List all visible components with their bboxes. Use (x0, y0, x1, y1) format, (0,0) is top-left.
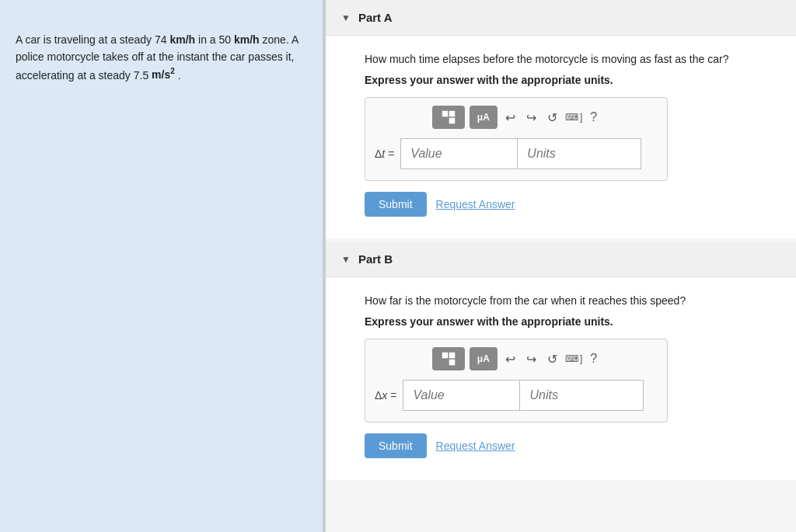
svg-rect-0 (442, 111, 448, 116)
part-a-undo-button[interactable]: ↩ (502, 109, 518, 127)
part-b-header[interactable]: ▼ Part B (326, 242, 796, 277)
part-b-value-input[interactable] (403, 380, 519, 411)
part-a-redo-icon: ↪ (526, 110, 536, 125)
part-a-section: ▼ Part A How much time elapses before th… (326, 0, 796, 238)
part-b-redo-icon: ↪ (526, 352, 536, 367)
part-b-redo-button[interactable]: ↪ (523, 350, 539, 368)
part-b-input-label: Δx = (375, 389, 396, 402)
part-b-body: How far is the motorcycle from the car w… (326, 277, 796, 480)
part-a-input-label: Δt = (375, 148, 394, 160)
part-a-refresh-icon: ↺ (547, 110, 557, 125)
part-b-help-icon: ? (590, 352, 597, 366)
part-b-question: How far is the motorcycle from the car w… (365, 293, 773, 309)
part-a-chevron-icon: ▼ (341, 12, 351, 23)
part-a-help-icon: ? (590, 110, 597, 124)
part-b-instruction: Express your answer with the appropriate… (365, 315, 773, 328)
part-b-label: Part B (358, 252, 393, 266)
part-a-help-button[interactable]: ? (587, 109, 600, 126)
part-a-refresh-button[interactable]: ↺ (544, 109, 560, 127)
part-a-grid-button[interactable] (432, 106, 465, 129)
left-panel: A car is traveling at a steady 74 km/h i… (0, 0, 323, 532)
part-a-mua-button[interactable]: μA (470, 106, 498, 129)
part-b-section: ▼ Part B How far is the motorcycle from … (326, 242, 796, 480)
part-b-input-row: Δx = (375, 380, 658, 411)
part-b-keyboard-label: ] (580, 353, 582, 364)
part-a-buttons-row: Submit Request Answer (365, 192, 773, 217)
part-a-keyboard-button[interactable]: ⌨ ] (565, 112, 582, 123)
part-b-refresh-button[interactable]: ↺ (544, 350, 560, 368)
part-b-grid-button[interactable] (432, 347, 465, 370)
part-a-answer-box: μA ↩ ↪ ↺ ⌨ ] ? (365, 97, 668, 181)
svg-rect-3 (449, 118, 455, 123)
part-b-submit-button[interactable]: Submit (365, 433, 427, 458)
right-panel: ▼ Part A How much time elapses before th… (326, 0, 796, 532)
part-a-value-input[interactable] (400, 138, 517, 169)
part-a-body: How much time elapses before the motorcy… (326, 36, 796, 238)
svg-rect-6 (442, 360, 448, 365)
part-b-delta-symbol: Δx = (375, 389, 396, 402)
part-a-units-input[interactable] (517, 138, 641, 169)
part-b-refresh-icon: ↺ (547, 352, 557, 367)
part-a-redo-button[interactable]: ↪ (523, 109, 539, 127)
part-b-chevron-icon: ▼ (341, 254, 351, 265)
part-a-mua-icon: μA (477, 112, 490, 123)
part-b-help-button[interactable]: ? (587, 350, 600, 367)
part-a-delta-symbol: Δt = (375, 148, 394, 160)
svg-rect-1 (449, 111, 455, 116)
part-b-grid-icon (441, 351, 456, 367)
part-b-keyboard-button[interactable]: ⌨ ] (565, 353, 582, 364)
part-b-answer-box: μA ↩ ↪ ↺ ⌨ ] ? (365, 339, 668, 422)
svg-rect-5 (449, 353, 455, 358)
problem-text: A car is traveling at a steady 74 km/h i… (16, 31, 307, 84)
svg-rect-2 (442, 118, 448, 123)
part-b-undo-button[interactable]: ↩ (502, 350, 518, 368)
part-b-mua-icon: μA (477, 353, 490, 364)
part-a-instruction: Express your answer with the appropriate… (365, 74, 773, 86)
svg-rect-4 (442, 353, 448, 358)
part-a-keyboard-label: ] (580, 112, 582, 123)
part-b-units-input[interactable] (519, 380, 644, 411)
part-b-request-button[interactable]: Request Answer (436, 440, 515, 452)
part-a-toolbar: μA ↩ ↪ ↺ ⌨ ] ? (375, 106, 658, 129)
part-a-question: How much time elapses before the motorcy… (365, 51, 773, 68)
part-a-request-button[interactable]: Request Answer (436, 198, 515, 210)
svg-rect-7 (449, 360, 455, 365)
part-a-input-row: Δt = (375, 138, 658, 169)
part-b-toolbar: μA ↩ ↪ ↺ ⌨ ] ? (375, 347, 658, 370)
part-b-undo-icon: ↩ (505, 352, 515, 367)
part-a-keyboard-icon: ⌨ (565, 112, 578, 123)
part-a-undo-icon: ↩ (505, 110, 515, 125)
part-a-header[interactable]: ▼ Part A (326, 0, 796, 36)
part-a-label: Part A (358, 11, 393, 24)
part-b-keyboard-icon: ⌨ (565, 353, 578, 364)
part-b-buttons-row: Submit Request Answer (365, 433, 773, 458)
grid-icon (441, 110, 456, 125)
part-a-submit-button[interactable]: Submit (365, 192, 427, 217)
part-b-mua-button[interactable]: μA (470, 347, 498, 370)
